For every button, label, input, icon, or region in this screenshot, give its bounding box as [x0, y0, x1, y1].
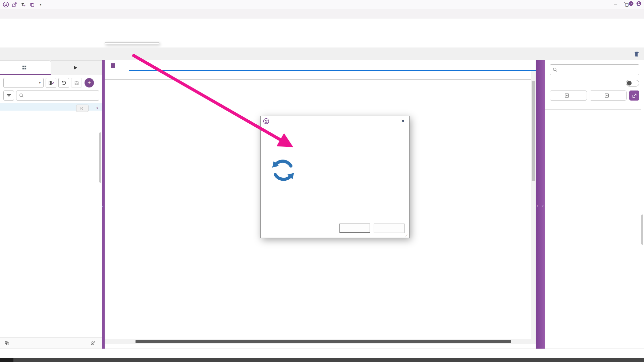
previous-icon — [80, 107, 84, 110]
ribbon-tab-row — [0, 9, 644, 18]
collapse-left-icon: ‹ — [102, 204, 103, 208]
band-system[interactable] — [111, 63, 117, 68]
tab-views[interactable] — [0, 60, 51, 75]
minimize-button[interactable]: ─ — [610, 0, 621, 9]
details-panel — [545, 60, 644, 349]
status-bar — [0, 349, 644, 358]
minus-box-icon — [604, 93, 609, 98]
dialog-close-icon[interactable]: ✕ — [399, 118, 407, 124]
plus-box-icon — [565, 93, 569, 98]
tab-jobs[interactable] — [51, 60, 102, 75]
help-icon[interactable]: ? — [629, 1, 634, 6]
grid-header-row — [105, 71, 536, 80]
view-type-select[interactable]: ▾ — [3, 78, 44, 88]
grid-vertical-scrollbar[interactable] — [531, 71, 536, 344]
quick-access-toolbar: ▾ — [0, 2, 44, 8]
panel-search-input[interactable] — [550, 64, 639, 75]
views-search-input[interactable] — [16, 90, 99, 101]
collapse-ribbon-icon[interactable]: ⌃ — [623, 2, 626, 5]
suggest-view-button[interactable] — [91, 341, 97, 346]
sapio365-logo-icon — [263, 118, 269, 124]
grid-horizontal-scrollbar[interactable] — [105, 339, 531, 344]
sapio365-dialog: ✕ ⋰ — [260, 116, 410, 238]
toolbar-caret-down-icon[interactable]: ▾ — [38, 2, 44, 8]
svg-text:?: ? — [630, 2, 632, 5]
save-view-button[interactable] — [71, 78, 82, 88]
edit-columns-button[interactable] — [46, 78, 56, 88]
search-icon — [553, 67, 557, 72]
panel-sections — [545, 109, 641, 349]
views-list — [0, 130, 102, 337]
grouping-trash-icon[interactable] — [633, 51, 640, 57]
ribbon — [0, 18, 644, 48]
dialog-title-bar: ✕ — [261, 116, 409, 126]
grouping-bar — [0, 48, 644, 60]
suggest-view-icon — [91, 341, 95, 346]
views-sidebar: ▾ + » — [0, 60, 102, 349]
panel-collapse-icons: ‹ › — [537, 203, 545, 208]
app-logo-icon — [3, 2, 9, 8]
collapse-active-view-icon[interactable]: » — [96, 107, 100, 109]
add-view-button[interactable]: + — [85, 78, 94, 87]
search-icon — [19, 93, 24, 98]
reset-view-button[interactable] — [58, 78, 69, 88]
select-caret-icon: ▾ — [39, 81, 41, 84]
manage-views-icon — [5, 341, 9, 346]
expand-all-button[interactable] — [550, 90, 587, 101]
panel-scrollbar[interactable] — [641, 215, 643, 245]
taskbar-edge — [0, 358, 644, 362]
dialog-resize-grip[interactable]: ⋰ — [405, 233, 409, 238]
title-bar: ▾ ─ ▢ ✕ — [0, 0, 644, 9]
continue-button[interactable] — [339, 224, 370, 233]
grid-category-band — [105, 60, 536, 71]
band-underline — [129, 70, 536, 71]
panel-collapse-strip[interactable]: ‹ › — [536, 60, 545, 349]
cancel-button[interactable] — [374, 224, 405, 233]
manage-views-button[interactable] — [5, 341, 11, 346]
share-icon[interactable] — [11, 2, 17, 8]
collapse-all-button[interactable] — [590, 90, 627, 101]
jobs-play-icon — [73, 65, 78, 70]
account-icon[interactable] — [636, 1, 641, 6]
previous-view-button[interactable] — [76, 105, 89, 112]
popout-panel-button[interactable] — [629, 90, 639, 101]
system-band-icon — [111, 63, 115, 68]
refresh-dropdown-menu — [105, 42, 159, 44]
filter-check-icon[interactable] — [20, 2, 26, 8]
sidebar-scrollbar[interactable] — [99, 132, 101, 183]
views-grid-icon — [22, 65, 27, 70]
reload-icon — [269, 156, 298, 185]
views-filter-button[interactable] — [3, 90, 14, 101]
technical-toggle[interactable] — [626, 80, 639, 86]
copy-icon[interactable] — [29, 2, 35, 8]
